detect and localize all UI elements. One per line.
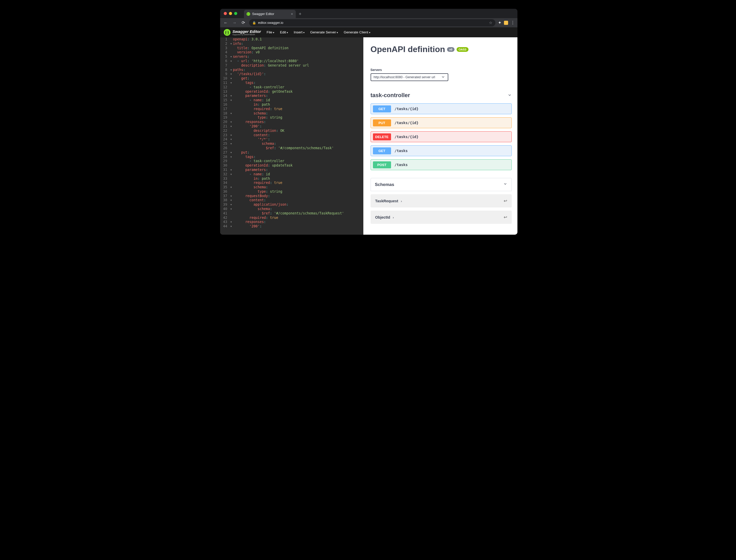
operation-get-tasks--id-[interactable]: GET/tasks/{id} [370,103,512,114]
code-line[interactable]: 1 openapi: 3.0.1 [220,37,364,42]
code-line[interactable]: 25▾ schema: [220,142,364,146]
servers-select[interactable]: http://localhost:8080 - Generated server… [370,73,448,81]
code-line[interactable]: 39▾ application/json: [220,203,364,207]
swagger-preview: OpenAPI definition v0 OAS3 Servers http:… [364,37,517,235]
bookmark-icon[interactable]: ☆ [489,20,492,25]
line-number: 42 [220,216,230,220]
line-number: 34 [220,181,230,185]
line-number: 40 [220,207,230,211]
code-line[interactable]: 3 title: OpenAPI definition [220,46,364,51]
code-line[interactable]: 43▾ responses: [220,220,364,224]
code-line[interactable]: 14▾ parameters: [220,94,364,98]
enter-icon: ↩ [504,215,507,220]
code-content: ▾ parameters: [230,168,268,172]
code-line[interactable]: 32▾ - name: id [220,172,364,177]
code-line[interactable]: 2▾info: [220,42,364,46]
code-line[interactable]: 10▾ get: [220,76,364,81]
code-line[interactable]: 12 - task-controller [220,85,364,90]
code-line[interactable]: 11▾ tags: [220,81,364,85]
code-line[interactable]: 15▾ - name: id [220,98,364,103]
chevron-down-icon [441,75,445,80]
code-line[interactable]: 17 required: true [220,107,364,111]
code-line[interactable]: 9▾ '/tasks/{id}': [220,72,364,76]
schemas-header[interactable]: Schemas [370,178,512,191]
operation-get-tasks[interactable]: GET/tasks [370,145,512,156]
extensions-icon[interactable]: ✦ [498,20,501,25]
maximize-window-icon[interactable] [234,12,237,15]
new-tab-button[interactable]: + [296,10,305,18]
code-content: ▾ get: [230,76,250,81]
code-content: ▾ requestBody: [230,194,270,198]
operation-delete-tasks--id-[interactable]: DELETE/tasks/{id} [370,131,512,142]
menu-edit[interactable]: Edit [280,30,288,34]
close-window-icon[interactable] [224,12,227,15]
code-line[interactable]: 34 required: true [220,181,364,185]
code-line[interactable]: 8▾paths: [220,68,364,72]
code-content: in: path [230,103,270,107]
code-line[interactable]: 22 description: OK [220,129,364,133]
back-button[interactable]: ← [223,20,229,25]
code-line[interactable]: 28▾ tags: [220,155,364,159]
code-line[interactable]: 26 $ref: '#/components/schemas/Task' [220,146,364,150]
operation-post-tasks[interactable]: POST/tasks [370,159,512,170]
code-line[interactable]: 24▾ '*/*': [220,137,364,142]
code-line[interactable]: 13 operationId: getOneTask [220,90,364,94]
line-number: 12 [220,85,230,90]
menu-insert[interactable]: Insert [294,30,305,34]
menu-generate-server[interactable]: Generate Server [310,30,338,34]
code-line[interactable]: 31▾ parameters: [220,168,364,172]
code-content: ▾ tags: [230,155,256,159]
code-line[interactable]: 19 type: string [220,116,364,120]
code-line[interactable]: 33 in: path [220,177,364,181]
code-line[interactable]: 29 - task-controller [220,159,364,163]
code-line[interactable]: 5▾servers: [220,55,364,59]
code-line[interactable]: 40▾ schema: [220,207,364,211]
line-number: 6 [220,59,230,63]
line-number: 9 [220,72,230,76]
close-tab-icon[interactable]: × [291,12,293,16]
line-number: 37 [220,194,230,198]
code-line[interactable]: 7 description: Generated server url [220,63,364,68]
servers-selected: http://localhost:8080 - Generated server… [374,75,435,79]
code-line[interactable]: 38▾ content: [220,198,364,203]
servers-label: Servers [370,68,512,72]
code-line[interactable]: 41 $ref: '#/components/schemas/TaskReque… [220,211,364,216]
minimize-window-icon[interactable] [229,12,232,15]
code-content: ▾ parameters: [230,94,268,98]
code-content: description: OK [230,129,285,133]
tag-header[interactable]: task-controller [370,92,512,101]
operation-put-tasks--id-[interactable]: PUT/tasks/{id} [370,117,512,128]
code-line[interactable]: 35▾ schema: [220,185,364,190]
code-line[interactable]: 18▾ schema: [220,111,364,116]
code-line[interactable]: 42 required: true [220,216,364,220]
code-line[interactable]: 44▾ '200': [220,224,364,229]
menu-generate-client[interactable]: Generate Client [344,30,370,34]
code-line[interactable]: 27▾ put: [220,150,364,155]
code-line[interactable]: 36 type: string [220,190,364,194]
forward-button[interactable]: → [232,20,238,25]
code-line[interactable]: 30 operationId: updateTask [220,163,364,168]
code-content: - task-controller [230,159,285,163]
code-content: ▾ '/tasks/{id}': [230,72,266,76]
schema-taskrequest[interactable]: TaskRequest›↩ [370,194,512,207]
browser-tab[interactable]: { } Swagger Editor × [244,10,296,18]
code-line[interactable]: 4 version: v0 [220,50,364,55]
yaml-editor[interactable]: 1 openapi: 3.0.12▾info:3 title: OpenAPI … [220,37,364,235]
menu-file[interactable]: File [267,30,275,34]
code-content: ▾ tags: [230,81,256,85]
line-number: 2 [220,42,230,46]
code-line[interactable]: 6▾ - url: 'http://localhost:8080' [220,59,364,63]
extension-badge-icon[interactable] [504,21,508,25]
browser-menu-icon[interactable]: ⋮ [511,20,515,25]
code-line[interactable]: 23▾ content: [220,133,364,138]
omnibox[interactable]: 🔒 editor.swagger.io ☆ [249,19,495,26]
line-number: 43 [220,220,230,224]
code-line[interactable]: 37▾ requestBody: [220,194,364,198]
line-number: 20 [220,120,230,124]
code-content: ▾ schema: [230,185,268,190]
code-line[interactable]: 21▾ '200': [220,124,364,129]
reload-button[interactable]: ⟳ [240,20,247,25]
schema-objectid[interactable]: ObjectId›↩ [370,211,512,224]
code-line[interactable]: 16 in: path [220,103,364,107]
code-line[interactable]: 20▾ responses: [220,120,364,124]
